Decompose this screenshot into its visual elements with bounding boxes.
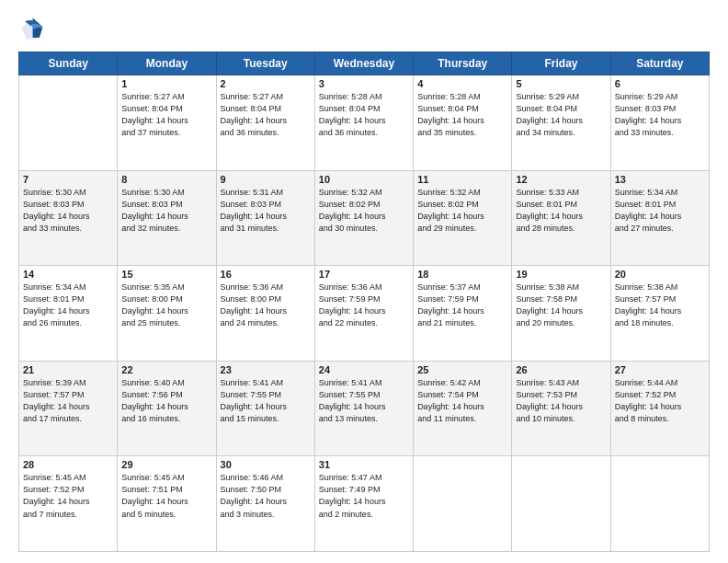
calendar-cell: 7Sunrise: 5:30 AM Sunset: 8:03 PM Daylig… [19,170,118,266]
day-number: 7 [23,174,113,185]
calendar-cell: 6Sunrise: 5:29 AM Sunset: 8:03 PM Daylig… [610,75,709,171]
calendar-cell: 20Sunrise: 5:38 AM Sunset: 7:57 PM Dayli… [610,266,709,362]
calendar-week-row: 7Sunrise: 5:30 AM Sunset: 8:03 PM Daylig… [19,170,710,266]
day-number: 2 [221,78,311,89]
calendar-cell: 12Sunrise: 5:33 AM Sunset: 8:01 PM Dayli… [512,170,610,266]
weekday-header: Saturday [610,52,709,75]
day-number: 14 [23,269,113,280]
day-number: 27 [615,364,705,375]
day-number: 19 [516,269,606,280]
weekday-header: Friday [512,52,610,75]
calendar-week-row: 1Sunrise: 5:27 AM Sunset: 8:04 PM Daylig… [19,75,710,171]
calendar-cell: 28Sunrise: 5:45 AM Sunset: 7:52 PM Dayli… [19,456,118,552]
day-number: 22 [121,364,211,375]
day-info: Sunrise: 5:45 AM Sunset: 7:51 PM Dayligh… [121,472,211,520]
day-number: 30 [221,459,311,470]
day-number: 5 [516,78,606,89]
calendar-week-row: 21Sunrise: 5:39 AM Sunset: 7:57 PM Dayli… [19,361,710,456]
calendar-table: SundayMondayTuesdayWednesdayThursdayFrid… [18,52,710,552]
calendar-cell [414,456,512,552]
day-info: Sunrise: 5:47 AM Sunset: 7:49 PM Dayligh… [319,472,409,520]
weekday-header: Monday [118,52,216,75]
weekday-header: Wednesday [314,52,413,75]
day-number: 28 [23,459,113,470]
calendar-cell [19,75,118,171]
calendar-cell: 21Sunrise: 5:39 AM Sunset: 7:57 PM Dayli… [19,361,118,456]
day-info: Sunrise: 5:30 AM Sunset: 8:03 PM Dayligh… [121,187,211,235]
day-info: Sunrise: 5:36 AM Sunset: 7:59 PM Dayligh… [319,282,409,329]
calendar-cell: 10Sunrise: 5:32 AM Sunset: 8:02 PM Dayli… [314,170,413,266]
day-number: 8 [121,174,211,185]
day-number: 13 [615,174,705,185]
calendar-cell: 26Sunrise: 5:43 AM Sunset: 7:53 PM Dayli… [512,361,610,456]
calendar-cell: 22Sunrise: 5:40 AM Sunset: 7:56 PM Dayli… [118,361,216,456]
calendar-cell: 25Sunrise: 5:42 AM Sunset: 7:54 PM Dayli… [414,361,512,456]
day-number: 25 [417,364,507,375]
day-number: 18 [417,269,507,280]
calendar-cell: 31Sunrise: 5:47 AM Sunset: 7:49 PM Dayli… [314,456,413,552]
day-number: 12 [516,174,606,185]
day-number: 16 [221,269,311,280]
calendar-cell: 5Sunrise: 5:29 AM Sunset: 8:04 PM Daylig… [512,75,610,171]
calendar-cell: 16Sunrise: 5:36 AM Sunset: 8:00 PM Dayli… [216,266,314,362]
calendar-cell: 15Sunrise: 5:35 AM Sunset: 8:00 PM Dayli… [118,266,216,362]
calendar-cell: 17Sunrise: 5:36 AM Sunset: 7:59 PM Dayli… [314,266,413,362]
logo-icon [18,17,44,42]
page-header [18,17,710,42]
day-number: 9 [221,174,311,185]
day-number: 10 [319,174,409,185]
calendar-cell: 11Sunrise: 5:32 AM Sunset: 8:02 PM Dayli… [414,170,512,266]
calendar-cell: 19Sunrise: 5:38 AM Sunset: 7:58 PM Dayli… [512,266,610,362]
day-info: Sunrise: 5:34 AM Sunset: 8:01 PM Dayligh… [23,282,113,329]
weekday-header: Thursday [414,52,512,75]
day-info: Sunrise: 5:35 AM Sunset: 8:00 PM Dayligh… [121,282,211,329]
day-number: 23 [221,364,311,375]
day-info: Sunrise: 5:46 AM Sunset: 7:50 PM Dayligh… [221,472,311,520]
calendar-cell [512,456,610,552]
calendar-cell: 24Sunrise: 5:41 AM Sunset: 7:55 PM Dayli… [314,361,413,456]
day-info: Sunrise: 5:38 AM Sunset: 7:57 PM Dayligh… [615,282,705,329]
day-number: 11 [417,174,507,185]
calendar-cell: 13Sunrise: 5:34 AM Sunset: 8:01 PM Dayli… [610,170,709,266]
day-number: 29 [121,459,211,470]
day-number: 3 [319,78,409,89]
day-info: Sunrise: 5:38 AM Sunset: 7:58 PM Dayligh… [516,282,606,329]
day-info: Sunrise: 5:45 AM Sunset: 7:52 PM Dayligh… [23,472,113,520]
calendar-cell: 23Sunrise: 5:41 AM Sunset: 7:55 PM Dayli… [216,361,314,456]
day-info: Sunrise: 5:36 AM Sunset: 8:00 PM Dayligh… [221,282,311,329]
calendar-cell: 29Sunrise: 5:45 AM Sunset: 7:51 PM Dayli… [118,456,216,552]
day-info: Sunrise: 5:43 AM Sunset: 7:53 PM Dayligh… [516,377,606,425]
day-number: 17 [319,269,409,280]
day-number: 6 [615,78,705,89]
day-number: 20 [615,269,705,280]
calendar-cell: 1Sunrise: 5:27 AM Sunset: 8:04 PM Daylig… [118,75,216,171]
day-number: 24 [319,364,409,375]
day-info: Sunrise: 5:30 AM Sunset: 8:03 PM Dayligh… [23,187,113,235]
calendar-week-row: 28Sunrise: 5:45 AM Sunset: 7:52 PM Dayli… [19,456,710,552]
calendar-cell: 2Sunrise: 5:27 AM Sunset: 8:04 PM Daylig… [216,75,314,171]
day-number: 1 [121,78,211,89]
day-info: Sunrise: 5:29 AM Sunset: 8:04 PM Dayligh… [516,91,606,139]
calendar-cell: 14Sunrise: 5:34 AM Sunset: 8:01 PM Dayli… [19,266,118,362]
calendar-cell: 3Sunrise: 5:28 AM Sunset: 8:04 PM Daylig… [314,75,413,171]
day-info: Sunrise: 5:41 AM Sunset: 7:55 PM Dayligh… [221,377,311,425]
day-info: Sunrise: 5:37 AM Sunset: 7:59 PM Dayligh… [417,282,507,329]
day-info: Sunrise: 5:28 AM Sunset: 8:04 PM Dayligh… [319,91,409,139]
day-number: 4 [417,78,507,89]
day-info: Sunrise: 5:34 AM Sunset: 8:01 PM Dayligh… [615,187,705,235]
calendar-cell: 8Sunrise: 5:30 AM Sunset: 8:03 PM Daylig… [118,170,216,266]
day-number: 31 [319,459,409,470]
day-info: Sunrise: 5:44 AM Sunset: 7:52 PM Dayligh… [615,377,705,425]
day-info: Sunrise: 5:41 AM Sunset: 7:55 PM Dayligh… [319,377,409,425]
calendar-cell: 4Sunrise: 5:28 AM Sunset: 8:04 PM Daylig… [414,75,512,171]
weekday-header: Sunday [19,52,118,75]
calendar-cell: 30Sunrise: 5:46 AM Sunset: 7:50 PM Dayli… [216,456,314,552]
day-info: Sunrise: 5:29 AM Sunset: 8:03 PM Dayligh… [615,91,705,139]
day-info: Sunrise: 5:40 AM Sunset: 7:56 PM Dayligh… [121,377,211,425]
calendar-cell [610,456,709,552]
day-number: 15 [121,269,211,280]
day-number: 21 [23,364,113,375]
day-info: Sunrise: 5:32 AM Sunset: 8:02 PM Dayligh… [417,187,507,235]
calendar-cell: 9Sunrise: 5:31 AM Sunset: 8:03 PM Daylig… [216,170,314,266]
logo [18,17,48,42]
